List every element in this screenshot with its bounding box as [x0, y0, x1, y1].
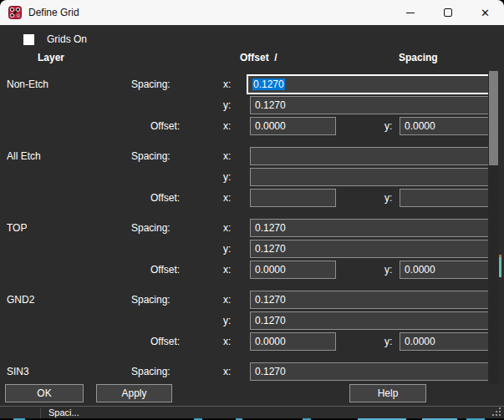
layer-name: SIN3	[7, 366, 29, 377]
x-label: x:	[223, 264, 231, 276]
y-label: y:	[384, 264, 392, 276]
offset-y-field[interactable]: 0.0000	[400, 261, 490, 279]
selected-text: 0.1270	[252, 78, 285, 90]
status-separator	[40, 407, 41, 418]
window-controls: ✕	[391, 0, 504, 25]
layer-section-all-etch: All Etch Spacing: x: y: Offset: x: y:	[0, 147, 504, 207]
offset-x-field[interactable]: 0.0000	[250, 117, 336, 135]
spacing-y-field[interactable]: 0.1270	[250, 311, 490, 330]
spacing-y-field[interactable]: 0.1270	[250, 96, 490, 114]
column-headers: Layer Offset / Spacing	[0, 52, 504, 63]
apply-button[interactable]: Apply	[96, 384, 172, 402]
y-label: y:	[384, 120, 392, 132]
layer-section-non-etch: Non-Etch Spacing: x: 0.1270 y: 0.1270 Of…	[0, 75, 504, 135]
y-label: y:	[223, 315, 231, 326]
grids-on-row: Grids On	[23, 33, 87, 45]
offset-y-field[interactable]	[400, 189, 490, 207]
layer-section-sin3: SIN3 Spacing: x: 0.1270	[0, 362, 504, 381]
ok-button[interactable]: OK	[5, 384, 84, 402]
x-label: x:	[223, 192, 231, 204]
layer-name: All Etch	[7, 150, 41, 162]
resize-grip-icon[interactable]	[491, 407, 501, 417]
layer-name: GND2	[7, 294, 34, 306]
x-label: x:	[223, 294, 231, 306]
y-label: y:	[223, 243, 231, 255]
help-button[interactable]: Help	[349, 384, 426, 402]
status-bar: Spaci...	[0, 406, 504, 418]
grids-on-label: Grids On	[47, 33, 87, 45]
spacing-x-field[interactable]: 0.1270	[250, 219, 490, 237]
maximize-icon	[444, 8, 452, 17]
spacing-label: Spacing:	[131, 222, 171, 234]
x-label: x:	[223, 150, 231, 162]
layer-section-top: TOP Spacing: x: 0.1270 y: 0.1270 Offset:…	[0, 219, 504, 279]
offset-x-field[interactable]: 0.0000	[250, 261, 336, 279]
y-label: y:	[384, 192, 392, 204]
offset-label: Offset:	[150, 336, 180, 347]
spacing-label: Spacing:	[131, 78, 171, 90]
scrollbar-thumb[interactable]	[489, 71, 498, 165]
x-label: x:	[223, 120, 231, 132]
y-label: y:	[223, 99, 231, 111]
x-label: x:	[223, 336, 231, 347]
layer-section-gnd2: GND2 Spacing: x: 0.1270 y: 0.1270 Offset…	[0, 291, 504, 351]
offset-y-field[interactable]: 0.0000	[400, 117, 490, 135]
app-icon	[8, 6, 22, 19]
grids-on-checkbox[interactable]	[23, 34, 34, 45]
offset-label: Offset:	[150, 120, 180, 132]
spacing-x-field[interactable]: 0.1270	[247, 74, 490, 94]
spacing-x-field[interactable]: 0.1270	[250, 362, 490, 381]
x-label: x:	[223, 222, 231, 234]
y-label: y:	[223, 171, 231, 183]
window-title: Define Grid	[28, 7, 79, 18]
x-label: x:	[223, 78, 231, 90]
titlebar[interactable]: Define Grid ✕	[0, 0, 504, 25]
maximize-button[interactable]	[429, 0, 466, 25]
offset-x-field[interactable]: 0.0000	[250, 332, 336, 351]
spacing-label: Spacing:	[131, 366, 171, 377]
define-grid-dialog: Define Grid ✕ Grids On Layer Offset / Sp…	[0, 0, 504, 418]
minimize-button[interactable]	[391, 0, 429, 25]
spacing-y-field[interactable]: 0.1270	[250, 240, 490, 258]
spacing-label: Spacing:	[131, 294, 171, 306]
spacing-x-field[interactable]: 0.1270	[250, 291, 490, 309]
offset-label: Offset:	[150, 192, 180, 204]
header-offset: Offset /	[240, 52, 277, 63]
spacing-x-field[interactable]	[250, 147, 490, 165]
status-text: Spaci...	[48, 407, 79, 417]
close-icon: ✕	[481, 8, 490, 18]
layer-grid-list: Non-Etch Spacing: x: 0.1270 y: 0.1270 Of…	[0, 71, 504, 384]
spacing-y-field[interactable]	[250, 168, 490, 186]
close-button[interactable]: ✕	[466, 0, 504, 25]
spacing-label: Spacing:	[131, 150, 171, 162]
y-label: y:	[384, 336, 392, 347]
header-layer: Layer	[38, 52, 64, 63]
header-spacing: Spacing	[399, 52, 438, 63]
vertical-scrollbar[interactable]	[488, 71, 499, 384]
layer-name: TOP	[7, 222, 27, 234]
offset-y-field[interactable]: 0.0000	[400, 332, 490, 351]
scrollbar-annotation-marker	[499, 257, 501, 277]
x-label: x:	[223, 366, 231, 377]
minimize-icon	[406, 13, 415, 13]
offset-x-field[interactable]	[250, 189, 336, 207]
layer-name: Non-Etch	[7, 78, 48, 90]
offset-label: Offset:	[150, 264, 180, 276]
